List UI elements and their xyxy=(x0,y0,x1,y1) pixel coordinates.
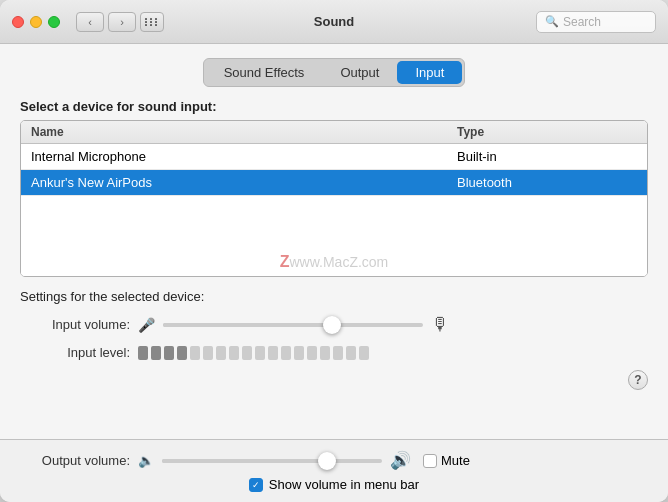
output-volume-label: Output volume: xyxy=(20,453,130,468)
device-table-wrapper: Name Type Internal Microphone Built-in A… xyxy=(20,120,648,277)
level-bar-13 xyxy=(294,346,304,360)
nav-buttons: ‹ › xyxy=(76,12,136,32)
input-volume-thumb[interactable] xyxy=(323,316,341,334)
titlebar: ‹ › Sound 🔍 Search xyxy=(0,0,668,44)
level-bar-9 xyxy=(242,346,252,360)
level-bar-6 xyxy=(203,346,213,360)
level-bar-7 xyxy=(216,346,226,360)
table-empty-space: Zwww.MacZ.com xyxy=(21,196,647,276)
forward-icon: › xyxy=(120,16,124,28)
level-bar-15 xyxy=(320,346,330,360)
row-type-0: Built-in xyxy=(457,149,637,164)
watermark-text: www.MacZ.com xyxy=(289,254,388,270)
back-button[interactable]: ‹ xyxy=(76,12,104,32)
settings-heading: Settings for the selected device: xyxy=(20,289,648,304)
mute-label: Mute xyxy=(441,453,470,468)
mute-section: Mute xyxy=(423,453,470,468)
col-header-type: Type xyxy=(457,125,637,139)
mute-checkbox[interactable] xyxy=(423,454,437,468)
level-bar-17 xyxy=(346,346,356,360)
output-volume-row: Output volume: 🔈 🔊 Mute xyxy=(20,450,648,471)
search-placeholder: Search xyxy=(563,15,601,29)
forward-button[interactable]: › xyxy=(108,12,136,32)
search-box[interactable]: 🔍 Search xyxy=(536,11,656,33)
device-section-heading: Select a device for sound input: xyxy=(20,99,648,114)
level-bar-12 xyxy=(281,346,291,360)
output-volume-thumb[interactable] xyxy=(318,452,336,470)
level-bar-3 xyxy=(164,346,174,360)
input-volume-slider[interactable] xyxy=(163,323,423,327)
output-volume-slider[interactable] xyxy=(162,459,382,463)
close-button[interactable] xyxy=(12,16,24,28)
level-bar-5 xyxy=(190,346,200,360)
tab-output[interactable]: Output xyxy=(322,61,397,84)
table-row[interactable]: Internal Microphone Built-in xyxy=(21,144,647,170)
speaker-icon-large: 🔊 xyxy=(390,450,411,471)
window-title: Sound xyxy=(314,14,354,29)
input-level-label: Input level: xyxy=(20,345,130,360)
bottom-bar: Output volume: 🔈 🔊 Mute ✓ Show volume in… xyxy=(0,439,668,502)
row-name-0: Internal Microphone xyxy=(31,149,457,164)
level-bar-11 xyxy=(268,346,278,360)
level-bar-18 xyxy=(359,346,369,360)
settings-section: Settings for the selected device: Input … xyxy=(20,289,648,390)
input-level-row: Input level: xyxy=(20,345,648,360)
device-table: Name Type Internal Microphone Built-in A… xyxy=(20,120,648,277)
search-icon: 🔍 xyxy=(545,15,559,28)
grid-button[interactable] xyxy=(140,12,164,32)
mic-icon-small: 🎤 xyxy=(138,317,155,333)
col-header-name: Name xyxy=(31,125,457,139)
table-row-selected[interactable]: Ankur's New AirPods Bluetooth xyxy=(21,170,647,196)
show-volume-label: Show volume in menu bar xyxy=(269,477,419,492)
minimize-button[interactable] xyxy=(30,16,42,28)
level-bar-10 xyxy=(255,346,265,360)
input-volume-row: Input volume: 🎤 🎙 xyxy=(20,314,648,335)
tab-input[interactable]: Input xyxy=(397,61,462,84)
show-volume-checkbox[interactable]: ✓ xyxy=(249,478,263,492)
tabs-row: Sound Effects Output Input xyxy=(20,58,648,87)
level-bar-14 xyxy=(307,346,317,360)
watermark-z: Z xyxy=(280,253,290,270)
traffic-lights xyxy=(12,16,60,28)
tab-sound-effects[interactable]: Sound Effects xyxy=(206,61,323,84)
help-button[interactable]: ? xyxy=(628,370,648,390)
content-area: Sound Effects Output Input Select a devi… xyxy=(0,44,668,439)
maximize-button[interactable] xyxy=(48,16,60,28)
input-level-indicator xyxy=(138,346,648,360)
tabs-container: Sound Effects Output Input xyxy=(203,58,466,87)
show-volume-row: ✓ Show volume in menu bar xyxy=(20,477,648,492)
input-volume-label: Input volume: xyxy=(20,317,130,332)
mic-icon-large: 🎙 xyxy=(431,314,449,335)
speaker-icon-small: 🔈 xyxy=(138,453,154,468)
grid-icon xyxy=(145,18,159,26)
level-bar-4 xyxy=(177,346,187,360)
level-bar-1 xyxy=(138,346,148,360)
level-bar-2 xyxy=(151,346,161,360)
back-icon: ‹ xyxy=(88,16,92,28)
row-name-1: Ankur's New AirPods xyxy=(31,175,457,190)
device-section: Select a device for sound input: Name Ty… xyxy=(20,99,648,277)
row-type-1: Bluetooth xyxy=(457,175,637,190)
main-window: ‹ › Sound 🔍 Search Sound Effects Output xyxy=(0,0,668,502)
table-header: Name Type xyxy=(21,121,647,144)
level-bar-8 xyxy=(229,346,239,360)
level-bar-16 xyxy=(333,346,343,360)
table-body: Internal Microphone Built-in Ankur's New… xyxy=(21,144,647,276)
help-row: ? xyxy=(20,370,648,390)
